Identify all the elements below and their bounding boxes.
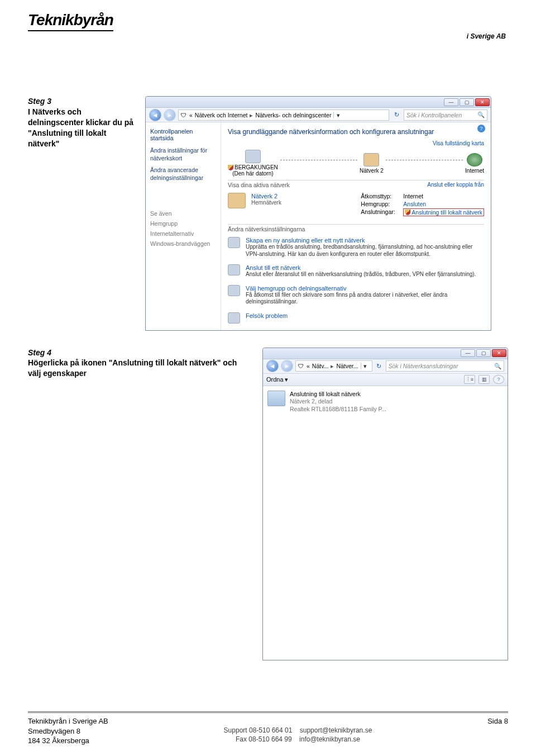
breadcrumb-item[interactable]: Nätverks- och delningscenter bbox=[255, 112, 331, 118]
connect-disconnect-link[interactable]: Anslut eller koppla från bbox=[427, 182, 484, 188]
titlebar: — ▢ ✕ bbox=[263, 348, 508, 359]
cp-icon: 🛡 bbox=[181, 112, 187, 118]
home-network-icon bbox=[228, 193, 246, 208]
sidebar-home-link[interactable]: Kontrollpanelen startsida bbox=[150, 128, 216, 141]
search-input[interactable]: Sök i Kontrollpanelen 🔍 bbox=[404, 110, 487, 121]
shield-icon bbox=[405, 210, 410, 215]
preview-pane-button[interactable]: ▥ bbox=[478, 375, 490, 384]
footer-fax: Fax 08-510 664 99 bbox=[236, 735, 292, 743]
footer-company: Teknikbyrån i Sverige AB bbox=[28, 716, 108, 726]
action-troubleshoot[interactable]: Felsök problem bbox=[246, 312, 288, 319]
step4-title: Steg 4 bbox=[28, 348, 251, 358]
company-logo: Teknikbyrån i Sverige AB bbox=[28, 11, 508, 40]
page-footer: Teknikbyrån i Sverige AB Smedbyvägen 8 1… bbox=[28, 711, 508, 746]
node-internet: Internet bbox=[465, 168, 484, 174]
view-button[interactable]: ⋮≡ bbox=[464, 375, 475, 384]
step3-body: I Nätverks och delningscenter klickar du… bbox=[28, 107, 134, 149]
sidebar-link-sharing-settings[interactable]: Ändra avancerade delningsinställningar bbox=[150, 167, 216, 182]
network-type[interactable]: Hemnätverk bbox=[251, 199, 281, 206]
network-name[interactable]: Nätverk 2 bbox=[251, 193, 281, 199]
maximize-button[interactable]: ▢ bbox=[476, 349, 491, 357]
full-map-link[interactable]: Visa fullständig karta bbox=[433, 140, 484, 146]
nav-toolbar: ◄ ► 🛡 « Nätverk och Internet ▸ Nätverks-… bbox=[146, 108, 491, 122]
node-this-pc: BERGAKUNGEN bbox=[234, 164, 278, 170]
detail-val-access: Internet bbox=[403, 193, 423, 199]
action-connect-network-desc: Anslut eller återanslut till en nätverks… bbox=[246, 271, 476, 278]
minimize-button[interactable]: — bbox=[461, 349, 475, 357]
breadcrumb[interactable]: 🛡 « Nätv... ▸ Nätver... ▾ bbox=[295, 360, 372, 372]
step3-text: Steg 3 I Nätverks och delningscenter kli… bbox=[28, 96, 134, 149]
node-network: Nätverk 2 bbox=[360, 168, 384, 174]
main-headline: Visa grundläggande nätverksinformation o… bbox=[228, 128, 434, 136]
detail-key-homegroup: Hemgrupp: bbox=[361, 201, 400, 207]
internet-icon bbox=[467, 153, 482, 167]
breadcrumb-dropdown[interactable]: ▾ bbox=[333, 112, 342, 118]
help-button[interactable]: ? bbox=[493, 375, 504, 384]
connection-item[interactable]: Anslutning till lokalt nätverk Nätverk 2… bbox=[267, 391, 503, 413]
breadcrumb-item[interactable]: Nätver... bbox=[336, 363, 358, 369]
network-map: BERGAKUNGEN (Den här datorn) Nätverk 2 I… bbox=[228, 150, 484, 177]
explorer-toolbar: Ordna▾ ⋮≡ ▥ ? bbox=[263, 374, 508, 386]
network-icon bbox=[363, 153, 379, 167]
back-button[interactable]: ◄ bbox=[149, 109, 161, 121]
sidebar-link-firewall[interactable]: Windows-brandväggen bbox=[150, 240, 216, 247]
forward-button[interactable]: ► bbox=[164, 109, 176, 121]
screenshot-network-center-window: — ▢ ✕ ◄ ► 🛡 « Nätverk och Internet ▸ Nät… bbox=[145, 96, 491, 331]
detail-key-access: Åtkomsttyp: bbox=[361, 193, 400, 199]
refresh-button[interactable]: ↻ bbox=[375, 363, 384, 370]
node-this-pc-sub: (Den här datorn) bbox=[228, 170, 278, 177]
sidebar-link-homegroup[interactable]: Hemgrupp bbox=[150, 220, 216, 227]
organize-menu[interactable]: Ordna▾ bbox=[266, 376, 288, 383]
search-placeholder: Sök i Nätverksanslutningar bbox=[389, 363, 458, 369]
sidebar-link-adapter-settings[interactable]: Ändra inställningar för nätverkskort bbox=[150, 147, 216, 162]
sidebar-link-internet-options[interactable]: Internetalternativ bbox=[150, 230, 216, 237]
connections-list: Anslutning till lokalt nätverk Nätverk 2… bbox=[263, 386, 508, 418]
forward-button[interactable]: ► bbox=[281, 360, 293, 372]
detail-val-homegroup[interactable]: Ansluten bbox=[403, 201, 426, 207]
action-homegroup-desc: Få åtkomst till filer och skrivare som f… bbox=[246, 292, 484, 306]
close-button[interactable]: ✕ bbox=[475, 98, 490, 106]
action-new-connection[interactable]: Skapa en ny anslutning eller ett nytt nä… bbox=[246, 237, 484, 244]
close-button[interactable]: ✕ bbox=[492, 349, 506, 357]
footer-support-phone: Support 08-510 664 01 bbox=[224, 726, 293, 734]
breadcrumb[interactable]: 🛡 « Nätverk och Internet ▸ Nätverks- och… bbox=[178, 110, 389, 121]
footer-support-email: support@teknikbyran.se bbox=[300, 726, 372, 734]
back-button[interactable]: ◄ bbox=[266, 360, 279, 372]
step4-text: Steg 4 Högerlicka på ikonen "Anslutning … bbox=[28, 348, 251, 379]
troubleshoot-icon bbox=[228, 312, 240, 324]
connect-network-icon bbox=[228, 264, 240, 275]
screenshot-network-connections-window: — ▢ ✕ ◄ ► 🛡 « Nätv... ▸ Nätver... ▾ ↻ Sö… bbox=[262, 348, 508, 660]
nav-toolbar: ◄ ► 🛡 « Nätv... ▸ Nätver... ▾ ↻ Sök i Nä… bbox=[263, 359, 508, 374]
breadcrumb-item[interactable]: Nätverk och Internet bbox=[195, 112, 248, 118]
change-settings-label: Ändra nätverksinställningarna bbox=[228, 226, 305, 232]
action-connect-network[interactable]: Anslut till ett nätverk bbox=[246, 264, 476, 271]
search-input[interactable]: Sök i Nätverksanslutningar 🔍 bbox=[386, 360, 504, 372]
new-connection-icon bbox=[228, 237, 240, 248]
homegroup-icon bbox=[228, 285, 240, 296]
maximize-button[interactable]: ▢ bbox=[460, 98, 474, 106]
see-also-label: Se även bbox=[150, 210, 216, 217]
breadcrumb-dropdown[interactable]: ▾ bbox=[361, 363, 370, 369]
computer-icon bbox=[245, 150, 261, 163]
page-number: Sida 8 bbox=[487, 716, 508, 726]
step4-body2: välj egenskaper bbox=[28, 368, 251, 379]
detail-val-connections: Anslutning till lokalt nätverk bbox=[411, 209, 482, 216]
breadcrumb-item[interactable]: Nätv... bbox=[312, 363, 329, 369]
connection-status: Nätverk 2, delad bbox=[290, 398, 386, 406]
help-icon[interactable]: ? bbox=[477, 125, 485, 132]
footer-info-email: info@teknikbyran.se bbox=[299, 735, 360, 743]
logo-subtitle: i Sverige AB bbox=[28, 32, 508, 40]
titlebar: — ▢ ✕ bbox=[146, 97, 491, 108]
shield-icon bbox=[228, 165, 233, 170]
active-networks-label: Visa dina aktiva nätverk bbox=[228, 182, 290, 188]
logo-main: Teknikbyrån bbox=[28, 11, 113, 31]
network-adapter-icon bbox=[267, 391, 285, 406]
network-details: Åtkomsttyp:Internet Hemgrupp:Ansluten An… bbox=[361, 193, 484, 217]
minimize-button[interactable]: — bbox=[444, 98, 458, 106]
action-homegroup[interactable]: Välj hemgrupp och delningsalternativ bbox=[246, 285, 484, 292]
search-icon: 🔍 bbox=[494, 363, 501, 370]
refresh-button[interactable]: ↻ bbox=[391, 111, 401, 118]
search-placeholder: Sök i Kontrollpanelen bbox=[406, 112, 462, 118]
connection-title: Anslutning till lokalt nätverk bbox=[290, 391, 386, 398]
local-connection-link-highlighted[interactable]: Anslutning till lokalt nätverk bbox=[403, 208, 484, 216]
